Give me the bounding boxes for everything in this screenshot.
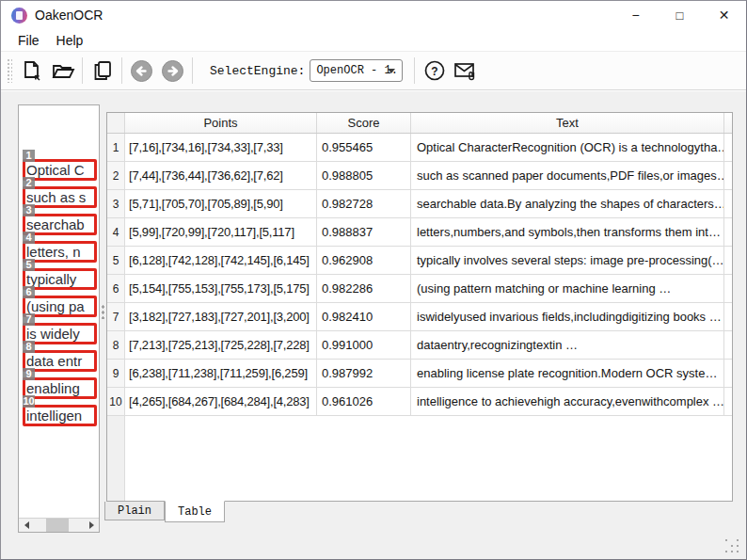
back-button[interactable]	[126, 56, 157, 86]
points-cell[interactable]: [5,154],[755,153],[755,173],[5,175]	[125, 275, 317, 302]
box-number-badge: 6	[23, 286, 35, 298]
detected-text-box[interactable]: 10intelligen	[23, 405, 97, 426]
score-cell[interactable]: 0.982286	[317, 275, 411, 302]
table-row[interactable]: 6[5,154],[755,153],[755,173],[5,175]0.98…	[107, 275, 732, 303]
score-cell[interactable]: 0.988805	[317, 162, 411, 189]
score-cell[interactable]: 0.982410	[317, 303, 411, 330]
arrow-left-icon	[24, 521, 29, 529]
points-cell[interactable]: [7,213],[725,213],[725,228],[7,228]	[125, 331, 317, 359]
feedback-email-button[interactable]	[450, 56, 481, 86]
menu-help[interactable]: Help	[48, 31, 92, 50]
new-file-button[interactable]	[16, 56, 47, 86]
text-cell[interactable]: intelligence to achievehigh accuracy,eve…	[411, 388, 724, 415]
open-file-button[interactable]	[47, 56, 78, 86]
row-number-cell: 2	[107, 162, 125, 189]
preview-line-text: typically	[25, 271, 94, 287]
box-number-badge: 10	[23, 395, 35, 408]
preview-line-text: intelligen	[25, 408, 94, 424]
points-cell[interactable]: [7,16],[734,16],[734,33],[7,33]	[125, 134, 317, 161]
box-number-badge: 5	[23, 259, 35, 271]
help-icon: ?	[423, 59, 446, 82]
column-header-text[interactable]: Text	[411, 113, 724, 133]
table-row[interactable]: 8[7,213],[725,213],[725,228],[7,228]0.99…	[107, 331, 732, 360]
text-cell[interactable]: enabling license plate recognition.Moder…	[411, 360, 724, 387]
tab-table[interactable]: Table	[165, 501, 225, 522]
row-number-cell: 5	[107, 247, 125, 274]
points-cell[interactable]: [4,265],[684,267],[684,284],[4,283]	[125, 388, 317, 415]
scroll-left-button[interactable]	[19, 519, 34, 532]
table-row[interactable]: 2[7,44],[736,44],[736,62],[7,62]0.988805…	[107, 162, 732, 190]
row-number-cell: 10	[107, 388, 125, 415]
help-button[interactable]: ?	[419, 56, 450, 86]
image-preview-panel[interactable]: 1Optical C2such as s3searchab4letters, n…	[18, 104, 100, 533]
window-title: OakenOCR	[35, 8, 103, 23]
splitter-handle[interactable]	[102, 304, 104, 319]
toolbar: SelectEngine: OpenOCR - 1. ?	[1, 52, 746, 90]
table-body: 1[7,16],[734,16],[734,33],[7,33]0.955465…	[107, 134, 732, 416]
row-number-cell: 6	[107, 275, 125, 302]
scrollbar-thumb[interactable]	[46, 519, 69, 532]
close-button[interactable]: ✕	[702, 1, 746, 29]
table-row[interactable]: 4[5,99],[720,99],[720,117],[5,117]0.9888…	[107, 218, 732, 247]
toolbar-separator	[82, 57, 83, 84]
table-header: Points Score Text	[107, 113, 732, 134]
table-row[interactable]: 7[3,182],[727,183],[727,201],[3,200]0.98…	[107, 303, 732, 331]
points-cell[interactable]: [6,128],[742,128],[742,145],[6,145]	[125, 247, 317, 274]
text-cell[interactable]: searchable data.By analyzing the shapes …	[411, 190, 724, 217]
score-cell[interactable]: 0.961026	[317, 388, 411, 415]
copy-icon	[91, 59, 114, 82]
minimize-button[interactable]: −	[613, 1, 658, 29]
forward-icon	[161, 59, 184, 83]
text-cell[interactable]: iswidelyused invarious fields,includingd…	[411, 303, 724, 330]
column-header-points[interactable]: Points	[125, 113, 317, 133]
box-number-badge: 8	[23, 341, 35, 353]
copy-button[interactable]	[87, 56, 118, 86]
menu-bar: File Help	[1, 29, 746, 52]
text-cell[interactable]: letters,numbers,and symbols,then transfo…	[411, 218, 724, 246]
score-cell[interactable]: 0.982728	[317, 190, 411, 217]
score-cell[interactable]: 0.988837	[317, 218, 411, 246]
window-controls: − □ ✕	[613, 1, 746, 29]
table-row[interactable]: 10[4,265],[684,267],[684,284],[4,283]0.9…	[107, 388, 732, 416]
table-row[interactable]: 9[6,238],[711,238],[711,259],[6,259]0.98…	[107, 360, 732, 388]
toolbar-separator	[121, 57, 122, 84]
table-row[interactable]: 5[6,128],[742,128],[742,145],[6,145]0.96…	[107, 247, 732, 275]
points-cell[interactable]: [3,182],[727,183],[727,201],[3,200]	[125, 303, 317, 330]
column-header-score[interactable]: Score	[317, 113, 411, 133]
points-cell[interactable]: [5,99],[720,99],[720,117],[5,117]	[125, 218, 317, 246]
text-cell[interactable]: dataentry,recognizingtextin …	[411, 331, 724, 359]
points-cell[interactable]: [5,71],[705,70],[705,89],[5,90]	[125, 190, 317, 217]
points-cell[interactable]: [6,238],[711,238],[711,259],[6,259]	[125, 360, 317, 387]
engine-select[interactable]: OpenOCR - 1.	[310, 59, 403, 82]
scrollbar-track[interactable]	[34, 519, 84, 532]
svg-text:?: ?	[431, 65, 437, 78]
text-cell[interactable]: Optical CharacterRecognition (OCR) is a …	[411, 134, 724, 161]
score-cell[interactable]: 0.991000	[317, 331, 411, 359]
forward-button[interactable]	[157, 56, 188, 86]
row-number-cell: 4	[107, 218, 125, 246]
title-bar: OakenOCR − □ ✕	[1, 1, 746, 29]
preview-line-text: such as s	[25, 189, 94, 205]
email-attachment-icon	[453, 59, 479, 82]
text-cell[interactable]: (using pattern matching or machine learn…	[411, 275, 724, 302]
resize-grip[interactable]	[725, 539, 739, 553]
text-cell[interactable]: such as scanned paper documents,PDF file…	[411, 162, 724, 189]
preview-horizontal-scrollbar[interactable]	[19, 518, 99, 532]
toolbar-separator	[192, 57, 193, 84]
text-cell[interactable]: typically involves several steps: image …	[411, 247, 724, 274]
points-cell[interactable]: [7,44],[736,44],[736,62],[7,62]	[125, 162, 317, 189]
maximize-button[interactable]: □	[658, 1, 702, 29]
score-cell[interactable]: 0.955465	[317, 134, 411, 161]
open-folder-icon	[51, 59, 75, 82]
header-corner-cell	[107, 113, 125, 133]
box-number-badge: 1	[23, 150, 35, 162]
table-row[interactable]: 1[7,16],[734,16],[734,33],[7,33]0.955465…	[107, 134, 732, 162]
scroll-right-button[interactable]	[84, 519, 99, 532]
table-row[interactable]: 3[5,71],[705,70],[705,89],[5,90]0.982728…	[107, 190, 732, 218]
tab-plain[interactable]: Plain	[104, 502, 165, 520]
box-number-badge: 7	[23, 313, 35, 326]
score-cell[interactable]: 0.987992	[317, 360, 411, 387]
toolbar-grip[interactable]	[7, 58, 12, 83]
menu-file[interactable]: File	[9, 31, 48, 50]
score-cell[interactable]: 0.962908	[317, 247, 411, 274]
